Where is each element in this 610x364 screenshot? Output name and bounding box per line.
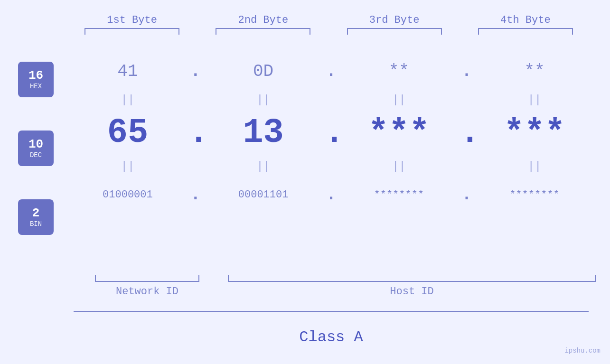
dec-row: 65 . 13 . *** . *** bbox=[66, 109, 596, 157]
host-bracket bbox=[228, 275, 596, 282]
byte-label-2: 2nd Byte bbox=[211, 14, 315, 26]
class-a-label: Class A bbox=[66, 328, 596, 346]
equals-8: || bbox=[482, 160, 587, 173]
hex-base-name: HEX bbox=[30, 83, 42, 90]
dec-base-name: DEC bbox=[30, 151, 42, 159]
dec-value-3: *** bbox=[347, 113, 451, 152]
network-bracket bbox=[95, 275, 199, 282]
content-area: 41 . 0D . ** . ** || || || || 65 . 13 . … bbox=[66, 52, 596, 214]
main-container: 1st Byte 2nd Byte 3rd Byte 4th Byte 16 H… bbox=[0, 0, 610, 364]
full-bottom-bracket bbox=[74, 311, 589, 312]
hex-value-1: 41 bbox=[75, 62, 180, 81]
network-id-label: Network ID bbox=[116, 286, 178, 298]
dec-value-4: *** bbox=[482, 113, 587, 152]
dot-bin-3: . bbox=[460, 185, 474, 205]
bracket-4 bbox=[478, 28, 573, 35]
network-bracket-container: Network ID bbox=[66, 275, 228, 298]
host-id-label: Host ID bbox=[390, 286, 433, 298]
bin-row: 01000001 . 00001101 . ******** . *******… bbox=[66, 176, 596, 214]
dot-bin-1: . bbox=[188, 185, 203, 205]
equals-row-1: || || || || bbox=[66, 90, 596, 109]
bin-value-3: ******** bbox=[347, 189, 451, 201]
hex-row: 41 . 0D . ** . ** bbox=[66, 52, 596, 90]
equals-1: || bbox=[75, 93, 180, 106]
hex-value-4: ** bbox=[482, 62, 587, 81]
equals-3: || bbox=[347, 93, 451, 106]
equals-4: || bbox=[482, 93, 587, 106]
equals-row-2: || || || || bbox=[66, 157, 596, 176]
bin-base-number: 2 bbox=[32, 206, 40, 220]
dot-dec-3: . bbox=[460, 116, 474, 150]
dot-1: . bbox=[188, 62, 203, 81]
top-brackets-row bbox=[0, 28, 610, 35]
dot-dec-2: . bbox=[324, 116, 338, 150]
hex-base-number: 16 bbox=[28, 69, 43, 83]
watermark: ipshu.com bbox=[564, 347, 601, 355]
byte-labels-row: 1st Byte 2nd Byte 3rd Byte 4th Byte bbox=[0, 0, 610, 26]
dec-value-2: 13 bbox=[211, 113, 316, 152]
equals-7: || bbox=[347, 160, 451, 173]
bin-value-2: 00001101 bbox=[211, 189, 316, 201]
base-labels: 16 HEX 10 DEC 2 BIN bbox=[18, 62, 54, 235]
host-bracket-container: Host ID bbox=[228, 275, 596, 298]
dot-2: . bbox=[324, 62, 338, 81]
bracket-1 bbox=[84, 28, 179, 35]
dot-dec-1: . bbox=[188, 116, 203, 150]
equals-5: || bbox=[75, 160, 180, 173]
equals-2: || bbox=[211, 93, 316, 106]
bracket-3 bbox=[347, 28, 442, 35]
bin-base-name: BIN bbox=[30, 220, 42, 228]
bin-value-1: 01000001 bbox=[75, 189, 180, 201]
byte-label-3: 3rd Byte bbox=[342, 14, 447, 26]
equals-6: || bbox=[211, 160, 316, 173]
hex-value-2: 0D bbox=[211, 62, 316, 81]
bottom-brackets-area: Network ID Host ID bbox=[66, 275, 596, 298]
dec-base-number: 10 bbox=[28, 138, 43, 151]
hex-base-box: 16 HEX bbox=[18, 62, 54, 97]
bracket-2 bbox=[216, 28, 310, 35]
hex-value-3: ** bbox=[347, 62, 451, 81]
dot-3: . bbox=[460, 62, 474, 81]
byte-label-4: 4th Byte bbox=[473, 14, 578, 26]
dec-value-1: 65 bbox=[75, 113, 180, 152]
byte-label-1: 1st Byte bbox=[80, 14, 184, 26]
bin-value-4: ******** bbox=[482, 189, 587, 201]
dec-base-box: 10 DEC bbox=[18, 131, 54, 166]
bin-base-box: 2 BIN bbox=[18, 199, 54, 235]
dot-bin-2: . bbox=[324, 185, 338, 205]
